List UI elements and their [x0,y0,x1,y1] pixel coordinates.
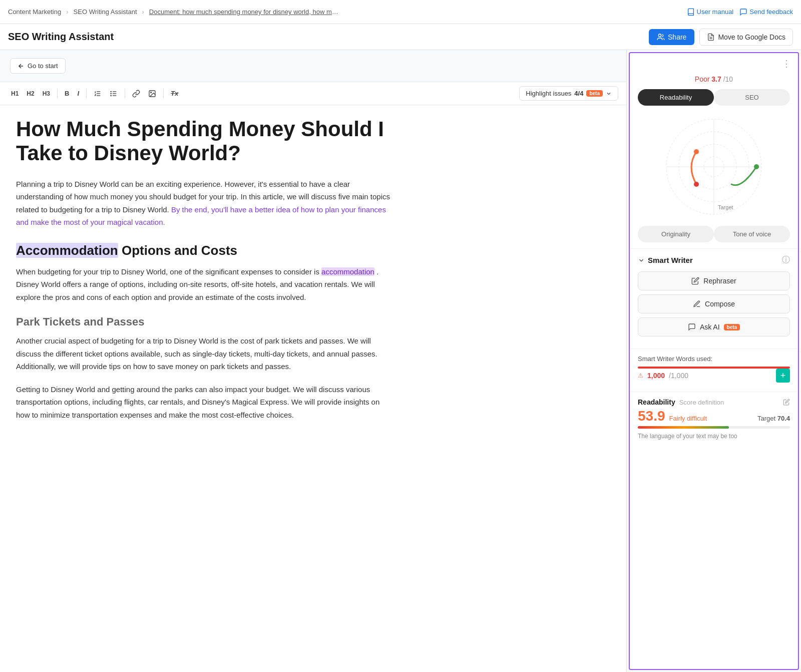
score-definition-label[interactable]: Score definition [679,399,724,406]
compose-button[interactable]: Compose [638,294,790,313]
go-to-start-bar: Go to start [0,50,626,82]
paragraph-2: When budgeting for your trip to Disney W… [16,265,394,304]
rephraser-icon [691,277,699,285]
panel-tabs: Readability SEO [630,89,798,106]
readability-section: Readability Score definition 53.9 Fairly… [630,392,798,446]
target-label: Target [718,204,733,210]
breadcrumb-sep-2: › [142,8,144,16]
h2-button[interactable]: H2 [24,88,37,99]
editor-content[interactable]: How Much Spending Money Should I Take to… [0,105,411,451]
unordered-list-button[interactable] [107,88,121,100]
heading-park-tickets: Park Tickets and Passes [16,315,394,328]
link-icon [132,90,140,98]
ordered-list-button[interactable] [91,88,105,100]
breadcrumb-sep-1: › [66,8,68,16]
radar-chart: Target [659,112,769,222]
svg-point-12 [111,95,111,96]
readability-note: The language of your text may be too [638,433,790,440]
ask-ai-label: Ask AI [700,323,720,331]
document-title[interactable]: How Much Spending Money Should I Take to… [16,117,394,166]
h3-button[interactable]: H3 [40,88,53,99]
h1-button[interactable]: H1 [8,88,22,99]
svg-point-10 [111,91,111,92]
panel-header: ⋮ [630,53,798,71]
paragraph-1: Planning a trip to Disney World can be a… [16,178,394,229]
svg-point-22 [694,182,699,187]
readability-score-row: 53.9 Fairly difficult Target 70.4 [638,408,790,424]
user-manual-label: User manual [697,8,734,16]
svg-point-21 [694,149,699,154]
rephraser-button[interactable]: Rephraser [638,271,790,290]
bold-button[interactable]: B [62,88,72,99]
unordered-list-icon [110,90,118,98]
tab-tone-of-voice[interactable]: Tone of voice [714,226,790,242]
move-to-docs-button[interactable]: Move to Google Docs [699,29,793,46]
svg-point-23 [754,164,759,169]
highlight-count: 4/4 [574,90,583,97]
h2-highlight: Accommodation [16,243,118,258]
italic-button[interactable]: I [74,88,82,99]
warning-icon: ⚠ [638,372,643,379]
clear-format-button[interactable]: Tx [168,88,181,99]
paragraph-4: Getting to Disney World and getting arou… [16,383,394,422]
highlight-label: Highlight issues [526,90,571,97]
top-nav: Content Marketing › SEO Writing Assistan… [0,0,801,24]
words-count-row: ⚠ 1,000 /1,000 + [638,369,790,383]
link-button[interactable] [129,88,143,100]
svg-point-11 [111,93,111,94]
smart-writer-info-icon[interactable]: ⓘ [782,255,790,265]
rephraser-label: Rephraser [703,277,736,285]
send-feedback-link[interactable]: Send feedback [739,8,793,16]
paragraph-3: Another crucial aspect of budgeting for … [16,334,394,373]
svg-point-0 [658,34,661,37]
ask-ai-button[interactable]: Ask AI beta [638,317,790,337]
move-docs-label: Move to Google Docs [718,33,785,41]
highlight-issues-button[interactable]: Highlight issues 4/4 beta [519,86,618,101]
words-used-label: Smart Writer Words used: [638,355,790,363]
radar-svg: Target [659,112,769,222]
score-label: Poor [695,75,710,83]
header-actions: Share Move to Google Docs [649,29,793,46]
book-icon [687,8,695,16]
para2-link[interactable]: accommodation [321,267,374,276]
chevron-down-smart-icon [638,257,645,264]
main-layout: Go to start H1 H2 H3 B I [0,50,801,672]
smart-writer-title: Smart Writer [648,256,693,264]
heading-accommodation: Accommodation Options and Costs [16,243,394,258]
readability-target: Target 70.4 [757,415,790,422]
feedback-icon [739,8,747,16]
edit-icon[interactable] [783,399,790,406]
share-label: Share [668,33,686,41]
chat-icon [688,323,696,331]
breadcrumb-content-marketing[interactable]: Content Marketing [8,8,61,16]
svg-point-14 [151,92,152,93]
go-to-start-button[interactable]: Go to start [10,58,66,74]
toolbar-sep-1 [57,89,58,99]
tab-seo[interactable]: SEO [714,89,790,106]
send-feedback-label: Send feedback [749,8,793,16]
panel-menu-icon[interactable]: ⋮ [782,58,791,69]
breadcrumb-seo-assistant[interactable]: SEO Writing Assistant [74,8,137,16]
page-title: SEO Writing Assistant [8,31,649,43]
nav-actions: User manual Send feedback [687,8,793,16]
h2-post: Options and Costs [122,243,237,258]
bottom-tabs: Originality Tone of voice [630,226,798,248]
go-start-label: Go to start [28,62,58,70]
words-max-label: /1,000 [669,372,688,380]
ordered-list-icon [94,90,102,98]
readability-score: 53.9 [638,408,665,424]
image-button[interactable] [145,88,159,100]
toolbar-sep-4 [163,89,164,99]
readability-bar-fill [638,426,729,429]
user-manual-link[interactable]: User manual [687,8,734,16]
add-words-button[interactable]: + [776,369,790,383]
tab-readability[interactable]: Readability [638,89,714,106]
toolbar-sep-2 [86,89,87,99]
share-button[interactable]: Share [649,29,694,45]
readability-header: Readability Score definition [638,398,790,406]
breadcrumb-document[interactable]: Document: how much spending money for di… [149,8,339,16]
arrow-left-icon [18,63,25,70]
words-used-count: 1,000 [647,372,665,380]
readability-difficulty: Fairly difficult [669,415,707,422]
tab-originality[interactable]: Originality [638,226,714,242]
